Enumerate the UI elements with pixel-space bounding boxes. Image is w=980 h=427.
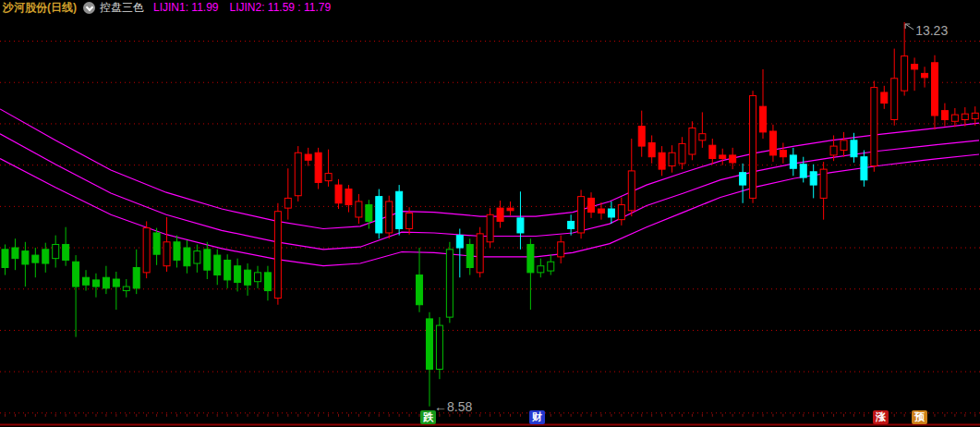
candle-body [83, 277, 90, 285]
chart-header: 沙河股份(日线) 控盘三色 LIJIN1: 11.99 LIJIN2: 11.5… [0, 0, 980, 15]
candle-body [32, 255, 39, 262]
candle-body [194, 251, 200, 263]
candle-body [669, 152, 675, 165]
candle-body [951, 115, 958, 121]
candle-body [598, 209, 604, 213]
candle-body [618, 205, 624, 220]
candle-body [608, 209, 614, 217]
candle-body [861, 157, 867, 180]
candle-body [871, 88, 877, 166]
candle-body [224, 260, 231, 279]
candle-body [558, 242, 564, 257]
candle-body [386, 201, 393, 233]
candle-body [356, 201, 362, 217]
candle-body [760, 106, 767, 132]
candle-body [740, 173, 746, 185]
candlestick-chart[interactable]: 13.23←8.58 [0, 0, 980, 427]
candle-body [426, 319, 432, 370]
candle-body [912, 65, 918, 69]
candle-body [264, 273, 271, 291]
candle-body [962, 114, 968, 119]
candle-body [63, 244, 69, 260]
candle-body [143, 228, 150, 273]
candle-body [396, 191, 403, 228]
candle-body [891, 79, 898, 120]
candle-body [790, 155, 796, 168]
candle-body [295, 152, 301, 195]
candle-body [699, 134, 706, 140]
candle-body [841, 140, 847, 151]
candle-body [800, 165, 806, 177]
candle-body [163, 242, 170, 266]
candle-body [335, 185, 342, 203]
candle-body [689, 128, 696, 154]
candle-body [235, 266, 241, 283]
candle-body [255, 273, 261, 282]
candle-body [456, 236, 463, 248]
lijin1-value: LIJIN1: 11.99 [153, 1, 219, 14]
candle-body [245, 270, 251, 285]
candle-body [366, 205, 372, 222]
signal-badge-die: 跌 [420, 410, 436, 424]
candle-body [153, 233, 160, 254]
signal-badge-cai: 财 [529, 410, 545, 424]
candle-body [315, 152, 321, 182]
candle-body [284, 198, 291, 208]
candle-body [517, 218, 524, 233]
candle-body [648, 143, 655, 157]
candle-body [931, 63, 938, 116]
candle-body [92, 280, 99, 287]
candle-body [477, 234, 483, 273]
lijin2-value: LIJIN2: 11.59 : 11.79 [230, 1, 332, 14]
candle-body [730, 155, 736, 163]
low-price-label: ←8.58 [434, 399, 472, 414]
candle-body [750, 96, 756, 199]
candle-body [73, 262, 79, 287]
candle-body [53, 244, 59, 258]
candle-body [42, 250, 49, 263]
candle-body [851, 140, 857, 157]
candle-body [406, 214, 413, 229]
candle-body [538, 266, 544, 273]
candle-body [769, 131, 776, 155]
candle-body [820, 169, 827, 198]
signal-badge-zhang: 涨 [873, 410, 889, 424]
high-price-label: 13.23 [915, 23, 948, 38]
candle-body [376, 197, 382, 233]
candle-body [588, 198, 595, 212]
candle-body [214, 255, 221, 274]
chevron-down-icon[interactable] [83, 2, 95, 14]
candle-body [548, 262, 554, 271]
candle-body [972, 113, 978, 118]
candle-body [628, 171, 635, 211]
candle-body [720, 155, 726, 159]
indicator-name[interactable]: 控盘三色 [100, 1, 144, 14]
candle-body [941, 111, 948, 120]
candle-body [881, 92, 888, 104]
candle-body [274, 212, 281, 299]
candle-body [22, 251, 29, 264]
stock-title: 沙河股份(日线) [3, 1, 77, 14]
candle-body [527, 244, 534, 272]
candle-body [568, 221, 575, 228]
candle-body [446, 250, 453, 317]
candle-body [305, 154, 311, 160]
chart-window: 沙河股份(日线) 控盘三色 LIJIN1: 11.99 LIJIN2: 11.5… [0, 0, 980, 427]
candle-body [487, 214, 493, 242]
candle-body [113, 279, 119, 287]
candle-body [578, 197, 585, 233]
candle-body [830, 146, 837, 155]
candle-body [466, 244, 473, 267]
candle-body [679, 143, 685, 163]
candle-body [507, 208, 514, 211]
candle-body [659, 152, 665, 169]
candle-body [103, 277, 109, 288]
candle-body [436, 325, 442, 369]
candle-body [2, 250, 8, 268]
candle-body [123, 287, 129, 290]
candle-body [901, 56, 908, 92]
candle-body [638, 127, 645, 146]
candle-body [184, 248, 190, 266]
candle-body [709, 145, 716, 158]
candle-body [810, 172, 817, 185]
